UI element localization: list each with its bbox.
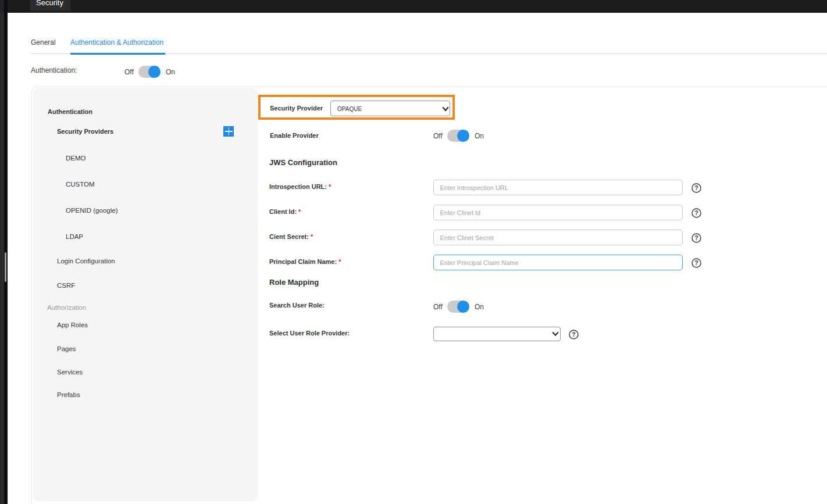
svg-text:?: ?	[694, 259, 698, 266]
svg-text:?: ?	[694, 234, 698, 241]
svg-text:?: ?	[572, 331, 575, 338]
svg-text:?: ?	[694, 184, 698, 191]
svg-text:?: ?	[694, 209, 698, 216]
